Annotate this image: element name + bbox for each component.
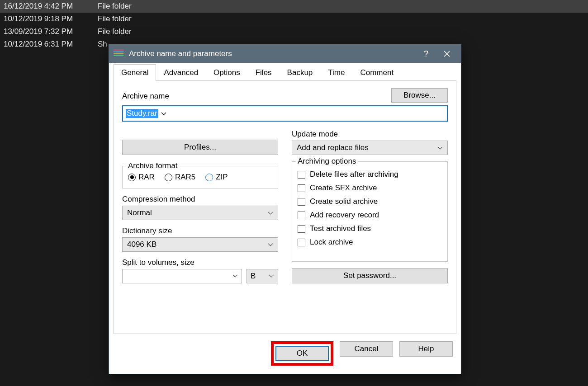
select-value: Normal: [127, 208, 152, 217]
file-row[interactable]: 16/12/2019 4:42 PM File folder: [0, 0, 588, 13]
file-type: File folder: [94, 14, 132, 24]
archiving-options-group: Archiving options Delete files after arc…: [292, 161, 448, 262]
ok-button[interactable]: OK: [275, 346, 329, 361]
file-type: File folder: [94, 2, 132, 11]
select-value: Add and replace files: [297, 143, 369, 152]
checkbox-icon: [298, 212, 305, 219]
tab-comment[interactable]: Comment: [352, 64, 401, 81]
split-volumes-label: Split to volumes, size: [122, 258, 278, 267]
select-value: B: [251, 272, 256, 281]
close-icon[interactable]: [436, 45, 457, 63]
tab-advanced[interactable]: Advanced: [156, 64, 206, 81]
dictionary-size-label: Dictionary size: [122, 226, 278, 235]
split-size-input[interactable]: [122, 269, 242, 283]
file-date: 10/12/2019 9:18 PM: [4, 14, 94, 24]
file-row[interactable]: 13/09/2019 7:32 PM File folder: [0, 25, 588, 38]
checkbox-label: Create solid archive: [310, 197, 378, 206]
radio-zip[interactable]: ZIP: [205, 173, 228, 182]
checkbox-icon: [298, 184, 305, 192]
help-button[interactable]: Help: [399, 341, 453, 357]
compression-method-label: Compression method: [122, 195, 278, 204]
tab-backup[interactable]: Backup: [280, 64, 321, 81]
checkbox-label: Create SFX archive: [310, 184, 377, 193]
compression-method-select[interactable]: Normal: [122, 206, 278, 220]
update-mode-select[interactable]: Add and replace files: [292, 141, 448, 155]
radio-rar5[interactable]: RAR5: [165, 173, 195, 182]
tab-files[interactable]: Files: [248, 64, 280, 81]
cancel-button[interactable]: Cancel: [340, 341, 393, 357]
left-column: Profiles... Archive format RAR RAR5: [122, 130, 278, 283]
radio-rar[interactable]: RAR: [128, 173, 155, 182]
checkbox-label: Test archived files: [310, 224, 371, 233]
file-listing: 16/12/2019 4:42 PM File folder 10/12/201…: [0, 0, 588, 51]
ok-highlight: OK: [271, 341, 333, 366]
radio-label: ZIP: [216, 173, 228, 182]
checkbox-label: Delete files after archiving: [310, 170, 398, 179]
split-unit-select[interactable]: B: [247, 269, 278, 283]
set-password-button[interactable]: Set password...: [292, 268, 448, 283]
checkbox-create-solid[interactable]: Create solid archive: [298, 197, 442, 206]
checkbox-icon: [298, 171, 305, 179]
archive-dialog: Archive name and parameters ? General Ad…: [109, 44, 461, 374]
right-column: Update mode Add and replace files Archiv…: [292, 130, 448, 283]
tab-panel-general: Archive name Browse... Study.rar // Spec…: [114, 80, 456, 334]
tab-time[interactable]: Time: [320, 64, 352, 81]
file-type: File folder: [94, 27, 132, 36]
archive-format-group: Archive format RAR RAR5: [122, 166, 278, 188]
checkbox-icon: [298, 198, 305, 206]
tab-general[interactable]: General: [114, 64, 156, 81]
file-type: Sh: [94, 40, 107, 49]
radio-icon: [205, 174, 213, 181]
checkbox-icon: [298, 225, 305, 233]
tab-strip: General Advanced Options Files Backup Ti…: [109, 64, 461, 80]
checkbox-lock-archive[interactable]: Lock archive: [298, 238, 442, 247]
browse-button[interactable]: Browse...: [391, 88, 448, 103]
checkbox-test-files[interactable]: Test archived files: [298, 224, 442, 233]
dialog-title: Archive name and parameters: [129, 49, 416, 58]
radio-label: RAR5: [175, 173, 195, 182]
chevron-down-icon: [268, 208, 273, 217]
profiles-button[interactable]: Profiles...: [122, 140, 278, 155]
tab-options[interactable]: Options: [206, 64, 248, 81]
titlebar[interactable]: Archive name and parameters ?: [109, 45, 461, 63]
archive-name-input[interactable]: Study.rar: [122, 105, 448, 122]
chevron-down-icon: [268, 240, 273, 249]
checkbox-label: Add recovery record: [310, 211, 379, 220]
archive-name-label: Archive name: [122, 92, 384, 101]
dialog-footer: OK Cancel Help: [109, 339, 461, 374]
file-date: 10/12/2019 6:31 PM: [4, 40, 94, 49]
file-date: 16/12/2019 4:42 PM: [4, 2, 94, 11]
archiving-options-label: Archiving options: [296, 157, 358, 166]
archive-format-label: Archive format: [126, 161, 180, 170]
app-icon: [114, 49, 123, 58]
checkbox-delete-files[interactable]: Delete files after archiving: [298, 170, 442, 179]
checkbox-recovery-record[interactable]: Add recovery record: [298, 211, 442, 220]
chevron-down-icon[interactable]: [158, 109, 169, 118]
radio-label: RAR: [138, 173, 155, 182]
help-icon[interactable]: ?: [416, 45, 436, 63]
update-mode-label: Update mode: [292, 130, 448, 139]
dialog-body: General Advanced Options Files Backup Ti…: [109, 63, 461, 374]
checkbox-icon: [298, 239, 305, 246]
radio-icon: [165, 174, 172, 181]
checkbox-create-sfx[interactable]: Create SFX archive: [298, 184, 442, 193]
dictionary-size-select[interactable]: 4096 KB: [122, 237, 278, 252]
radio-icon: [128, 174, 136, 181]
select-value: 4096 KB: [127, 240, 156, 249]
file-date: 13/09/2019 7:32 PM: [4, 27, 94, 36]
file-row[interactable]: 10/12/2019 9:18 PM File folder: [0, 13, 588, 25]
chevron-down-icon: [437, 143, 443, 152]
checkbox-label: Lock archive: [310, 238, 353, 247]
